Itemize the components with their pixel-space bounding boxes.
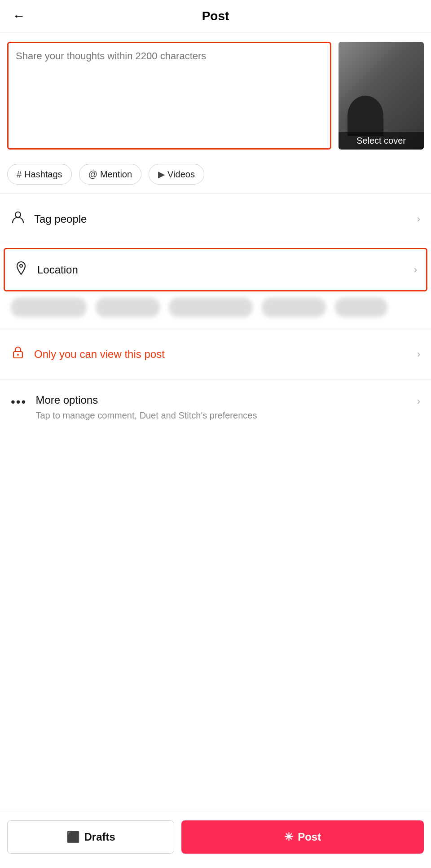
mention-icon: @ xyxy=(88,169,97,180)
bottom-bar: ⬛ Drafts ✳ Post xyxy=(0,811,431,868)
page-header: ← Post xyxy=(0,0,431,33)
page-title: Post xyxy=(202,9,229,23)
lock-icon xyxy=(11,345,25,363)
post-icon: ✳ xyxy=(284,831,293,843)
tag-people-label: Tag people xyxy=(34,213,417,225)
post-button[interactable]: ✳ Post xyxy=(181,820,424,854)
more-options-text: More options Tap to manage comment, Duet… xyxy=(35,394,417,422)
post-label: Post xyxy=(298,831,321,843)
caption-input[interactable] xyxy=(16,50,323,113)
main-content: Select cover # Hashtags @ Mention ▶ Vide… xyxy=(0,33,431,486)
svg-point-1 xyxy=(20,264,22,267)
mention-label: Mention xyxy=(100,169,132,180)
more-options-row[interactable]: ••• More options Tap to manage comment, … xyxy=(0,383,431,432)
privacy-row[interactable]: Only you can view this post › xyxy=(0,333,431,375)
more-options-chevron: › xyxy=(417,396,420,407)
videos-chip[interactable]: ▶ Videos xyxy=(149,164,204,185)
divider-2 xyxy=(0,244,431,244)
svg-point-3 xyxy=(17,354,19,356)
more-options-title: More options xyxy=(35,394,417,406)
hashtags-label: Hashtags xyxy=(24,169,62,180)
caption-area: Select cover xyxy=(0,33,431,159)
location-label: Location xyxy=(37,264,414,276)
cover-label[interactable]: Select cover xyxy=(339,132,424,150)
blur-chip-5: Place4 xyxy=(335,298,387,317)
location-row[interactable]: Location › xyxy=(4,248,427,291)
location-suggestions: LocationOne PlaceTwo NearbyPlace... Loca… xyxy=(0,293,431,325)
divider-1 xyxy=(0,194,431,194)
back-button[interactable]: ← xyxy=(11,7,27,25)
blur-chip-1: LocationOne xyxy=(11,298,87,317)
tag-people-row[interactable]: Tag people › xyxy=(0,198,431,240)
drafts-icon: ⬛ xyxy=(66,831,80,843)
more-options-subtitle: Tap to manage comment, Duet and Stitch's… xyxy=(35,409,417,422)
caption-input-wrap[interactable] xyxy=(7,42,331,150)
divider-4 xyxy=(0,379,431,379)
blur-chip-2: PlaceTwo xyxy=(96,298,160,317)
tags-bar: # Hashtags @ Mention ▶ Videos xyxy=(0,159,431,190)
divider-3 xyxy=(0,329,431,329)
svg-point-0 xyxy=(15,212,21,217)
privacy-label: Only you can view this post xyxy=(34,348,417,361)
drafts-button[interactable]: ⬛ Drafts xyxy=(7,820,174,854)
location-chevron: › xyxy=(414,264,417,276)
cover-thumbnail[interactable]: Select cover xyxy=(339,42,424,150)
blur-chip-3: NearbyPlace... xyxy=(169,298,253,317)
play-icon: ▶ xyxy=(158,169,165,180)
mention-chip[interactable]: @ Mention xyxy=(79,164,141,185)
blur-chip-4: Location3 xyxy=(262,298,326,317)
privacy-chevron: › xyxy=(417,348,420,360)
drafts-label: Drafts xyxy=(84,831,115,843)
hashtag-icon: # xyxy=(17,169,22,180)
location-icon xyxy=(14,261,28,278)
videos-label: Videos xyxy=(167,169,195,180)
person-icon xyxy=(11,210,25,228)
more-icon: ••• xyxy=(11,395,26,409)
tag-people-chevron: › xyxy=(417,213,420,225)
hashtags-chip[interactable]: # Hashtags xyxy=(7,164,72,185)
